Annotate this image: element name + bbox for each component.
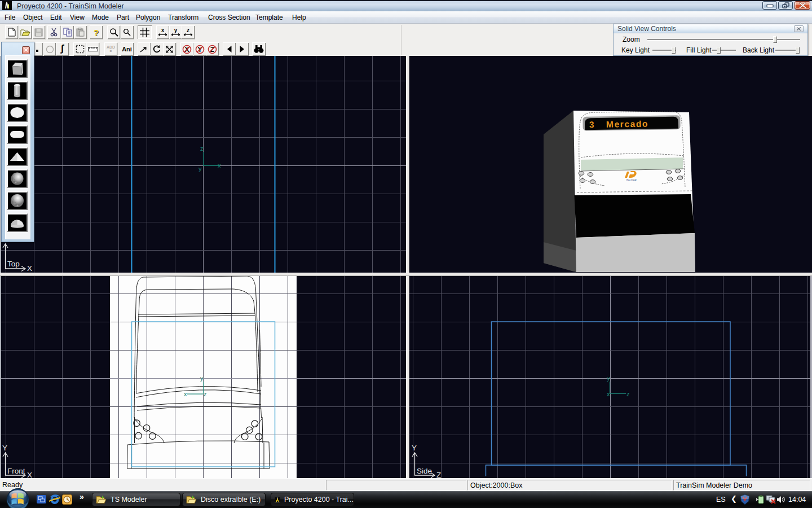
svg-text:z: z — [204, 391, 207, 397]
svg-text:z: z — [187, 28, 189, 33]
svg-text:ITALDAR: ITALDAR — [626, 179, 637, 182]
svg-text:y: y — [198, 165, 202, 172]
svg-text:x: x — [218, 162, 221, 169]
svg-text:y: y — [200, 375, 204, 382]
svg-text:Mercado: Mercado — [606, 119, 648, 129]
svg-text:x: x — [184, 391, 187, 397]
svg-text:Side: Side — [417, 467, 432, 475]
svg-text:x: x — [161, 28, 165, 33]
svg-text:y: y — [174, 28, 177, 33]
svg-text:Front: Front — [7, 467, 25, 475]
svg-text:Top: Top — [7, 260, 20, 268]
svg-text:3: 3 — [589, 120, 594, 129]
svg-text:z: z — [200, 145, 204, 152]
svg-text:X: X — [27, 471, 32, 478]
svg-text:z: z — [626, 391, 630, 397]
svg-text:x: x — [607, 391, 610, 397]
svg-text:Y: Y — [2, 444, 7, 452]
svg-text:X: X — [27, 264, 32, 273]
svg-text:Z: Z — [436, 471, 441, 478]
svg-text:y: y — [607, 375, 610, 382]
svg-text:Y: Y — [412, 444, 417, 452]
